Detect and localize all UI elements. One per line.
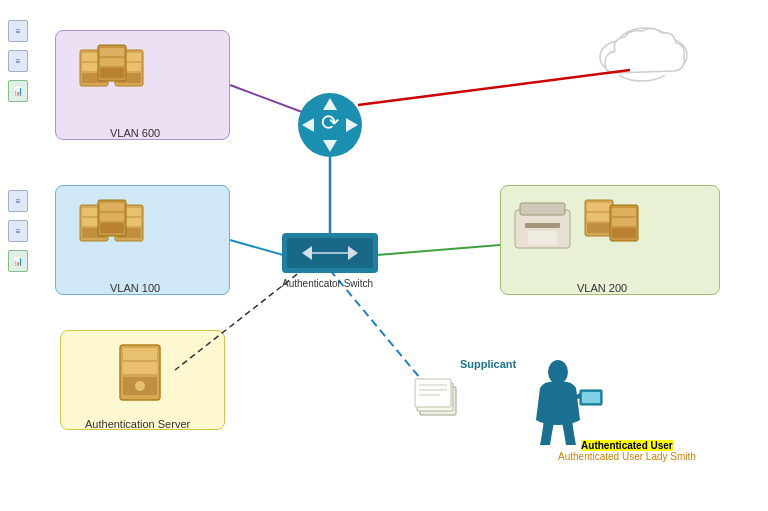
user-name: Authenticated User Lady Smith bbox=[558, 451, 696, 462]
svg-rect-31 bbox=[100, 68, 124, 78]
svg-rect-55 bbox=[612, 228, 636, 238]
svg-rect-29 bbox=[100, 48, 124, 56]
vlan100-servers bbox=[80, 200, 143, 241]
authenticated-user-label: Authenticated User Authenticated User La… bbox=[558, 440, 696, 462]
switch-supplicant-dashed bbox=[330, 270, 430, 390]
svg-rect-53 bbox=[612, 208, 636, 216]
vlan600-router-line bbox=[230, 85, 310, 115]
authenticated-user-icon bbox=[536, 360, 602, 445]
svg-rect-46 bbox=[525, 223, 560, 228]
svg-rect-50 bbox=[587, 213, 611, 221]
svg-rect-42 bbox=[100, 213, 124, 221]
network-diagram: ≡ ≡ 📊 ≡ ≡ 📊 VLAN 600 VLAN 100 VLAN 200 A… bbox=[0, 0, 768, 511]
vlan100-switch-line bbox=[230, 240, 283, 255]
vlan600-servers bbox=[80, 45, 143, 86]
svg-rect-51 bbox=[587, 223, 611, 233]
router-cloud-line bbox=[358, 70, 630, 105]
svg-text:⟳: ⟳ bbox=[321, 110, 339, 135]
svg-rect-63 bbox=[415, 379, 451, 407]
svg-rect-47 bbox=[528, 231, 557, 245]
router-icon: ⟳ bbox=[298, 93, 362, 157]
svg-rect-58 bbox=[123, 362, 157, 374]
connections-svg: ⟳ bbox=[0, 0, 768, 511]
svg-point-67 bbox=[548, 360, 568, 384]
svg-rect-30 bbox=[100, 58, 124, 66]
supplicant-stack-icon bbox=[415, 379, 456, 415]
auth-server-icon bbox=[120, 345, 160, 400]
svg-point-60 bbox=[135, 381, 145, 391]
switch-authserver-dashed bbox=[175, 268, 305, 370]
svg-rect-45 bbox=[520, 203, 565, 215]
svg-rect-69 bbox=[582, 392, 600, 403]
svg-rect-43 bbox=[100, 223, 124, 233]
svg-rect-54 bbox=[612, 218, 636, 226]
authenticator-switch-icon bbox=[282, 233, 378, 273]
svg-rect-41 bbox=[100, 203, 124, 211]
vlan200-devices bbox=[515, 200, 638, 248]
switch-vlan200-line bbox=[377, 245, 500, 255]
svg-rect-49 bbox=[587, 203, 611, 211]
authenticated-user-highlight: Authenticated User bbox=[581, 440, 673, 451]
svg-rect-57 bbox=[123, 348, 157, 360]
